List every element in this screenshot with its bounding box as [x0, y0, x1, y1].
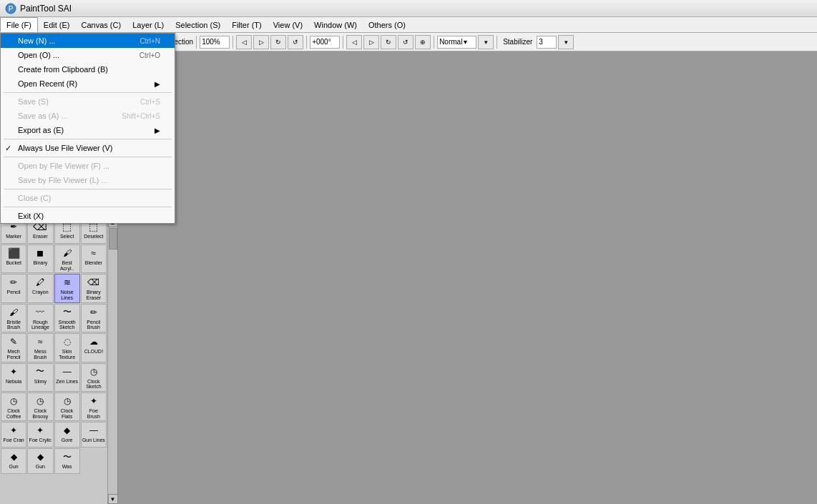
smooth-sketch-label: Smooth Sketch: [56, 320, 79, 330]
rot-btn-3[interactable]: ↻: [381, 35, 396, 49]
brush-bucket[interactable]: ⬛ Bucket: [1, 244, 26, 273]
menu-filter[interactable]: Filter (T): [226, 17, 268, 32]
menu-file[interactable]: File (F): [0, 17, 38, 32]
brush-clock-sketch[interactable]: ◷ Clock Sketch: [81, 363, 107, 392]
menu-new-label: New (N) ...: [18, 36, 56, 45]
rot-btn-2[interactable]: ▷: [363, 35, 379, 49]
brush-gore[interactable]: ◆ Gore: [54, 422, 80, 448]
canvas-area[interactable]: [118, 51, 817, 504]
brush-foe-cran[interactable]: ✦ Foe Cran: [1, 422, 26, 448]
smooth-sketch-icon: 〜: [61, 306, 74, 319]
brush-crayon[interactable]: 🖍 Crayon: [27, 274, 53, 302]
rot-btn-1[interactable]: ◁: [346, 35, 362, 49]
clock-coffee-label: Clock Coffee: [2, 408, 25, 419]
brush-rough-lineage[interactable]: 〰 Rough Lineage: [27, 304, 53, 332]
toolbar-sep-7: [343, 36, 343, 49]
brush-was[interactable]: 〜 Was: [54, 448, 80, 474]
zoom-btn-3[interactable]: ↻: [270, 35, 286, 49]
brush-scroll-container: ✒ Marker ⌫ Eraser ⬚ Select ⬚: [0, 217, 117, 504]
menu-new[interactable]: New (N) ... Ctrl+N: [1, 34, 175, 48]
menu-canvas[interactable]: Canvas (C): [76, 17, 127, 32]
brush-scrollbar[interactable]: ▲ ▼: [107, 217, 117, 504]
brush-best-acrylic[interactable]: 🖌 Best Acryl..: [54, 244, 80, 273]
zoom-btn-1[interactable]: ◁: [236, 35, 252, 49]
export-as-arrow: ▶: [155, 127, 160, 134]
pencil-icon: ✏: [7, 276, 20, 289]
clock-sketch-label: Clock Sketch: [82, 379, 105, 390]
eraser-label: Eraser: [33, 234, 48, 239]
brush-zen-lines[interactable]: — Zen Lines: [54, 363, 80, 392]
zoom-input[interactable]: 100%: [200, 36, 230, 49]
menu-open-recent-label: Open Recent (R): [18, 79, 77, 88]
brush-binary-eraser[interactable]: ⌫ Binary Eraser: [81, 274, 107, 302]
scroll-thumb[interactable]: [109, 228, 117, 249]
scroll-down-btn[interactable]: ▼: [108, 494, 118, 504]
pencil-brush-icon: ✏: [87, 306, 100, 319]
marker-label: Marker: [6, 234, 21, 239]
nebula-label: Nebula: [6, 379, 21, 385]
brush-binary[interactable]: ◼ Binary: [27, 244, 53, 273]
best-acrylic-icon: 🖌: [61, 247, 74, 260]
brush-cloud[interactable]: ☁ CLOUD!: [81, 333, 107, 362]
foe-brush-icon: ✦: [87, 395, 100, 407]
app-titlebar: P PaintTool SAI: [0, 0, 817, 17]
menu-window[interactable]: Window (W): [308, 17, 363, 32]
menu-view[interactable]: View (V): [268, 17, 308, 32]
menu-edit[interactable]: Edit (E): [38, 17, 76, 32]
brush-mech-pencil[interactable]: ✎ Mech Pencil: [1, 333, 26, 362]
brush-blender[interactable]: ≈ Blender: [81, 244, 107, 273]
blend-mode-dropdown[interactable]: Normal ▾: [437, 36, 476, 49]
gore-label: Gore: [62, 438, 73, 443]
rot-btn-5[interactable]: ⊕: [415, 35, 431, 49]
menu-open-file-viewer-label: Open by File Viewer (F) ...: [18, 162, 109, 170]
brush-skin-texture[interactable]: ◌ Skin Texture: [54, 333, 80, 362]
app-title: PaintTool SAI: [20, 4, 72, 14]
menu-exit[interactable]: Exit (X): [1, 209, 175, 223]
brush-clock-broosy[interactable]: ◷ Clock Broosy: [27, 392, 53, 421]
slimy-label: Slimy: [34, 379, 47, 385]
brush-clock-flats[interactable]: ◷ Clock Flats: [54, 392, 80, 421]
menu-create-clipboard[interactable]: Create from Clipboard (B): [1, 62, 175, 76]
brush-noise-lines[interactable]: ≋ Noise Lines: [54, 274, 80, 302]
brush-gun-lines[interactable]: — Gun Lines: [81, 422, 107, 448]
menu-always-use-file-viewer[interactable]: ✓ Always Use File Viewer (V): [1, 141, 175, 155]
brush-bristle[interactable]: 🖌 Bristle Brush: [1, 304, 26, 332]
blend-btn[interactable]: ▾: [478, 35, 494, 49]
stabilizer-dropdown[interactable]: ▾: [558, 35, 574, 49]
brush-slimy[interactable]: 〜 Slimy: [27, 363, 53, 392]
menu-save-as-shortcut: Shift+Ctrl+S: [122, 112, 160, 120]
rot-btn-4[interactable]: ↺: [398, 35, 414, 49]
noise-lines-label: Noise Lines: [56, 290, 79, 300]
menu-open[interactable]: Open (O) ... Ctrl+O: [1, 48, 175, 62]
menu-open-file-viewer[interactable]: Open by File Viewer (F) ...: [1, 159, 175, 173]
menu-save-file-viewer[interactable]: Save by File Viewer (L) ...: [1, 173, 175, 187]
brush-pencil[interactable]: ✏ Pencil: [1, 274, 26, 302]
crayon-label: Crayon: [32, 290, 49, 295]
brush-gun2[interactable]: ◆ Gun: [27, 448, 53, 474]
brush-smooth-sketch[interactable]: 〜 Smooth Sketch: [54, 304, 80, 332]
brush-foe-crylic[interactable]: ✦ Foe Crylic: [27, 422, 53, 448]
foe-cran-icon: ✦: [7, 424, 20, 437]
brush-pencil-brush[interactable]: ✏ Pencil Brush: [81, 304, 107, 332]
sep1: [4, 92, 172, 93]
brush-foe-brush[interactable]: ✦ Foe Brush: [81, 392, 107, 421]
stabilizer-input[interactable]: 3: [537, 36, 557, 49]
menu-export-as[interactable]: Export as (E) ▶: [1, 123, 175, 137]
brush-mess-brush[interactable]: ≈ Mess Brush: [27, 333, 53, 362]
deselect-label: Deselect: [84, 234, 103, 239]
menu-layer[interactable]: Layer (L): [127, 17, 170, 32]
menu-open-recent[interactable]: Open Recent (R) ▶: [1, 76, 175, 91]
menu-others[interactable]: Others (O): [363, 17, 411, 32]
menu-save-as[interactable]: Save as (A) ... Shift+Ctrl+S: [1, 109, 175, 123]
menu-save[interactable]: Save (S) Ctrl+S: [1, 94, 175, 109]
zoom-btn-2[interactable]: ▷: [253, 35, 269, 49]
menu-close[interactable]: Close (C): [1, 191, 175, 205]
scroll-track[interactable]: [108, 227, 118, 494]
brush-nebula[interactable]: ✦ Nebula: [1, 363, 26, 392]
rotation-input[interactable]: +000°: [310, 36, 340, 49]
checkmark-icon: ✓: [5, 144, 11, 153]
brush-gun[interactable]: ◆ Gun: [1, 448, 26, 474]
zoom-btn-4[interactable]: ↺: [288, 35, 303, 49]
menu-selection[interactable]: Selection (S): [170, 17, 226, 32]
brush-clock-coffee[interactable]: ◷ Clock Coffee: [1, 392, 26, 421]
